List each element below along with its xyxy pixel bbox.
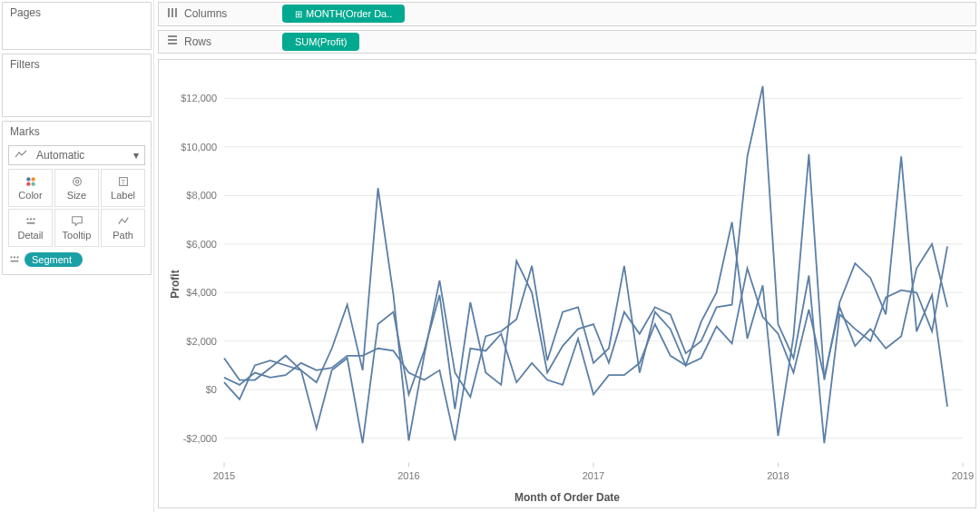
svg-rect-18 <box>175 8 177 17</box>
rows-icon <box>166 34 179 49</box>
size-icon <box>71 175 83 188</box>
line-chart-icon <box>15 149 27 162</box>
segment-pill[interactable]: Segment <box>24 252 83 267</box>
svg-rect-11 <box>26 222 34 224</box>
label-button[interactable]: T Label <box>101 169 145 207</box>
detail-label: Detail <box>17 230 43 241</box>
path-icon <box>117 215 130 228</box>
segment-pill-label: Segment <box>32 254 72 265</box>
detail-button[interactable]: Detail <box>8 209 53 247</box>
svg-rect-21 <box>168 43 177 44</box>
svg-rect-20 <box>168 39 177 41</box>
marks-type-select[interactable]: Automatic ▾ <box>8 145 145 165</box>
marks-title: Marks <box>3 122 151 142</box>
columns-pill[interactable]: ⊞ MONTH(Order Da.. <box>282 5 405 23</box>
pages-title: Pages <box>3 3 151 23</box>
label-lbl: Label <box>111 190 135 201</box>
svg-point-8 <box>26 218 28 220</box>
svg-rect-19 <box>168 35 177 37</box>
columns-pill-label: MONTH(Order Da.. <box>306 8 392 19</box>
svg-point-2 <box>26 182 30 185</box>
svg-point-9 <box>29 218 31 220</box>
svg-text:$6,000: $6,000 <box>186 239 217 250</box>
marks-type-label: Automatic <box>36 149 84 162</box>
chart-svg: -$2,000$0$2,000$4,000$6,000$8,000$10,000… <box>159 60 975 507</box>
y-axis-title: Profit <box>169 270 181 298</box>
color-icon <box>24 175 37 188</box>
svg-rect-15 <box>11 261 19 262</box>
svg-text:$4,000: $4,000 <box>186 287 217 298</box>
columns-icon <box>166 6 179 22</box>
rows-shelf[interactable]: Rows SUM(Profit) <box>158 30 976 54</box>
svg-text:2016: 2016 <box>397 470 419 481</box>
svg-point-5 <box>75 180 79 183</box>
tooltip-icon <box>71 215 83 228</box>
color-button[interactable]: Color <box>8 169 53 207</box>
size-button[interactable]: Size <box>54 169 99 207</box>
size-label: Size <box>67 190 86 201</box>
rows-pill[interactable]: SUM(Profit) <box>282 33 359 51</box>
svg-text:$2,000: $2,000 <box>186 336 217 347</box>
svg-point-13 <box>14 256 15 258</box>
color-label: Color <box>18 190 42 201</box>
plus-icon: ⊞ <box>295 9 302 19</box>
svg-point-12 <box>10 256 12 258</box>
svg-text:2018: 2018 <box>767 470 789 481</box>
detail-icon <box>24 215 37 228</box>
svg-point-1 <box>31 177 34 181</box>
path-label: Path <box>113 230 133 241</box>
svg-point-3 <box>31 182 34 185</box>
svg-text:T: T <box>121 179 125 185</box>
tooltip-label: Tooltip <box>63 230 92 241</box>
svg-text:2017: 2017 <box>583 470 604 481</box>
chart-view[interactable]: Profit Month of Order Date -$2,000$0$2,0… <box>158 59 976 508</box>
rows-pill-label: SUM(Profit) <box>295 36 347 47</box>
svg-text:-$2,000: -$2,000 <box>183 433 217 444</box>
svg-text:$12,000: $12,000 <box>181 93 217 103</box>
svg-text:2019: 2019 <box>952 470 974 481</box>
svg-point-4 <box>73 178 81 186</box>
columns-label: Columns <box>184 7 227 20</box>
svg-point-14 <box>16 256 18 258</box>
detail-mark-icon <box>8 253 21 266</box>
rows-label: Rows <box>184 35 211 48</box>
svg-rect-17 <box>172 8 173 17</box>
svg-text:$0: $0 <box>206 384 217 395</box>
filters-card: Filters <box>2 54 152 117</box>
path-button[interactable]: Path <box>101 209 145 247</box>
svg-point-0 <box>26 177 30 181</box>
svg-text:2015: 2015 <box>213 470 235 481</box>
label-icon: T <box>117 175 130 188</box>
svg-point-10 <box>33 218 34 220</box>
columns-shelf[interactable]: Columns ⊞ MONTH(Order Da.. <box>158 2 976 26</box>
tooltip-button[interactable]: Tooltip <box>54 209 99 247</box>
x-axis-title: Month of Order Date <box>514 491 620 504</box>
svg-text:$8,000: $8,000 <box>186 190 217 201</box>
svg-text:$10,000: $10,000 <box>181 142 217 153</box>
svg-rect-16 <box>168 8 170 17</box>
pages-card: Pages <box>2 2 152 50</box>
filters-title: Filters <box>3 54 151 74</box>
chevron-down-icon: ▾ <box>133 149 139 162</box>
marks-card: Marks Automatic ▾ Color <box>2 121 152 275</box>
